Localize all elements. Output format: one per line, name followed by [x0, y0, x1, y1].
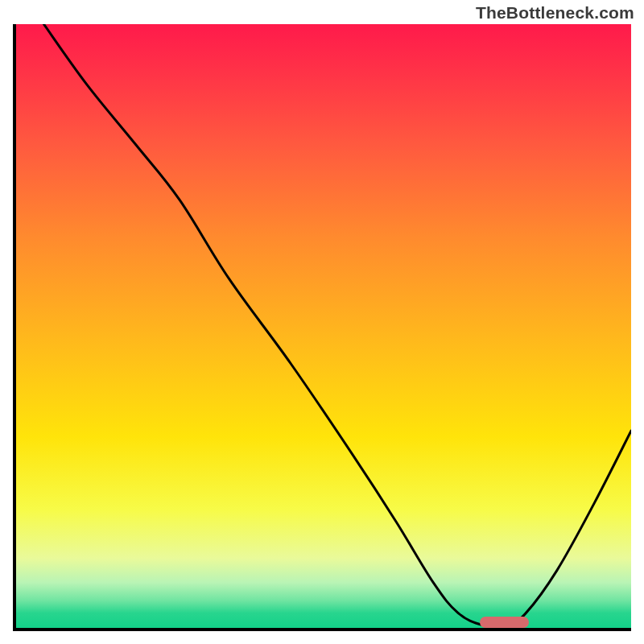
bottleneck-curve	[13, 24, 631, 631]
chart-root: TheBottleneck.com	[0, 0, 644, 644]
x-axis-line	[13, 628, 631, 631]
plot-wrapper	[13, 24, 631, 631]
watermark-text: TheBottleneck.com	[476, 3, 634, 23]
optimal-marker-pill	[480, 617, 530, 628]
y-axis-line	[13, 24, 16, 631]
